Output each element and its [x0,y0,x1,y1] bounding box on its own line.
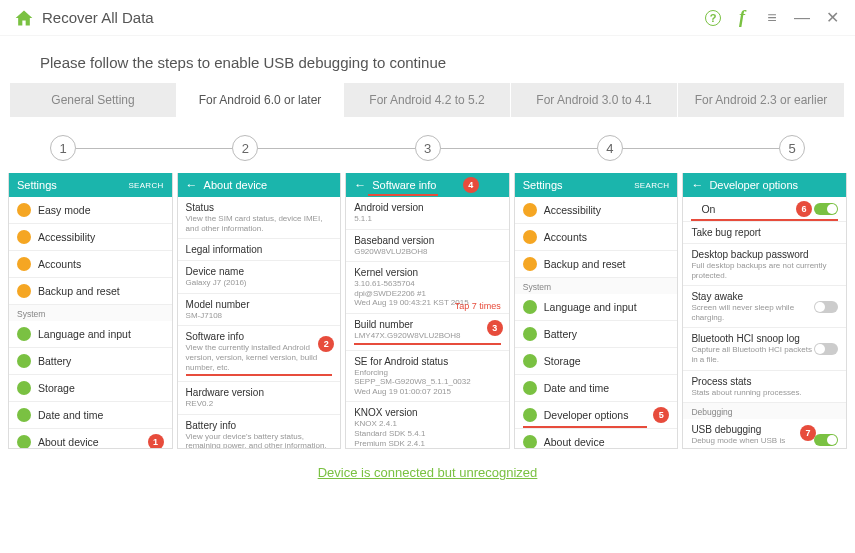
info-device[interactable]: Device nameGalaxy J7 (2016) [178,261,341,294]
list-item[interactable]: Accessibility [9,224,172,251]
panel1-title: Settings [17,179,57,191]
list-item[interactable]: Language and input [515,294,678,321]
panel4-title: Settings [523,179,563,191]
tab-general[interactable]: General Setting [10,83,177,117]
storage-icon [523,354,537,368]
toggle-stayawake[interactable] [814,301,838,313]
step-4: 4 [597,135,623,161]
bt-snoop[interactable]: Bluetooth HCI snoop logCapture all Bluet… [683,328,846,370]
step-indicator: 1 2 3 4 5 [0,117,855,173]
toggle-btsnoop[interactable] [814,343,838,355]
list-item[interactable]: Date and time [515,375,678,402]
list-item[interactable]: Accessibility [515,197,678,224]
panel-2: ←About device StatusView the SIM card st… [177,173,342,449]
panel-3: ←Software info 4 Android version5.1.1 Ba… [345,173,510,449]
step-5: 5 [779,135,805,161]
list-item[interactable]: Battery [9,348,172,375]
datetime-icon [523,381,537,395]
toggle-on[interactable]: On 6 [683,197,846,222]
footer-link[interactable]: Device is connected but unrecognized [318,465,538,480]
badge-4: 4 [463,177,479,193]
tab-android6[interactable]: For Android 6.0 or later [177,83,344,117]
developer-icon [523,408,537,422]
tab-android23[interactable]: For Android 2.3 or earlier [678,83,845,117]
accounts-icon [17,257,31,271]
info-legal[interactable]: Legal information [178,239,341,261]
panel2-title: About device [204,179,268,191]
about-icon [523,435,537,449]
list-item[interactable]: Backup and reset [9,278,172,305]
about-icon [17,435,31,449]
help-icon[interactable]: ? [705,10,721,26]
menu-icon[interactable]: ≡ [763,9,781,27]
tab-android42[interactable]: For Android 4.2 to 5.2 [344,83,511,117]
badge-1: 1 [148,434,164,449]
os-tabs: General Setting For Android 6.0 or later… [10,83,845,117]
toggle-master[interactable] [814,203,838,215]
language-icon [17,327,31,341]
info-se[interactable]: SE for Android statusEnforcing SEPP_SM-G… [346,351,509,403]
step-1: 1 [50,135,76,161]
search-label[interactable]: SEARCH [634,181,669,190]
share-icon[interactable]: f [733,9,751,27]
easy-mode-icon [17,203,31,217]
panel-4: SettingsSEARCH Accessibility Accounts Ba… [514,173,679,449]
badge-6: 6 [796,201,812,217]
info-baseband[interactable]: Baseband versionG920W8VLU2BOH8 [346,230,509,263]
list-item-dev[interactable]: Developer options 5 [515,402,678,429]
accounts-icon [523,230,537,244]
toggle-usbdebug[interactable] [814,434,838,446]
info-androidver[interactable]: Android version5.1.1 [346,197,509,230]
process-stats[interactable]: Process statsStats about running process… [683,371,846,404]
tab-android3[interactable]: For Android 3.0 to 4.1 [511,83,678,117]
datetime-icon [17,408,31,422]
app-title: Recover All Data [42,9,705,26]
backup-icon [523,257,537,271]
info-software[interactable]: Software infoView the currently installe… [178,326,341,382]
list-item[interactable]: Accounts [515,224,678,251]
list-item[interactable]: Date and time [9,402,172,429]
back-icon[interactable]: ← [691,178,703,192]
badge-3: 3 [487,320,503,336]
language-icon [523,300,537,314]
battery-icon [17,354,31,368]
accessibility-icon [17,230,31,244]
battery-icon [523,327,537,341]
info-battery[interactable]: Battery infoView your device's battery s… [178,415,341,449]
list-item[interactable]: Storage [515,348,678,375]
close-icon[interactable]: ✕ [823,9,841,27]
section-debug: Debugging [683,403,846,419]
step-3: 3 [415,135,441,161]
section-label: System [515,278,678,294]
list-item[interactable]: About device [515,429,678,449]
list-item[interactable]: Battery [515,321,678,348]
info-model[interactable]: Model numberSM-J7108 [178,294,341,327]
list-item[interactable]: Easy mode [9,197,172,224]
bug-report[interactable]: Take bug report [683,222,846,244]
storage-icon [17,381,31,395]
usb-debugging[interactable]: USB debuggingDebug mode when USB is conn… [683,419,846,449]
info-hardware[interactable]: Hardware versionREV0.2 [178,382,341,415]
stay-awake[interactable]: Stay awakeScreen will never sleep while … [683,286,846,328]
info-knox[interactable]: KNOX versionKNOX 2.4.1 Standard SDK 5.4.… [346,402,509,449]
desktop-backup[interactable]: Desktop backup passwordFull desktop back… [683,244,846,286]
panel-5: ←Developer options On 6 Take bug report … [682,173,847,449]
info-build[interactable]: Build numberLMY47X.G920W8VLU2BOH8 3 [346,314,509,351]
section-label: System [9,305,172,321]
step-2: 2 [232,135,258,161]
home-icon[interactable] [14,8,34,28]
tap-note: Tap 7 times [455,301,501,311]
info-kernel[interactable]: Kernel version3.10.61-5635704 dpi@SWDE22… [346,262,509,314]
list-item[interactable]: Language and input [9,321,172,348]
list-item-about[interactable]: About device 1 [9,429,172,449]
info-status[interactable]: StatusView the SIM card status, device I… [178,197,341,239]
list-item[interactable]: Backup and reset [515,251,678,278]
minimize-icon[interactable]: — [793,9,811,27]
list-item[interactable]: Storage [9,375,172,402]
panel5-title: Developer options [709,179,798,191]
back-icon[interactable]: ← [354,178,366,192]
back-icon[interactable]: ← [186,178,198,192]
panel3-title: Software info [372,179,436,191]
search-label[interactable]: SEARCH [128,181,163,190]
list-item[interactable]: Accounts [9,251,172,278]
